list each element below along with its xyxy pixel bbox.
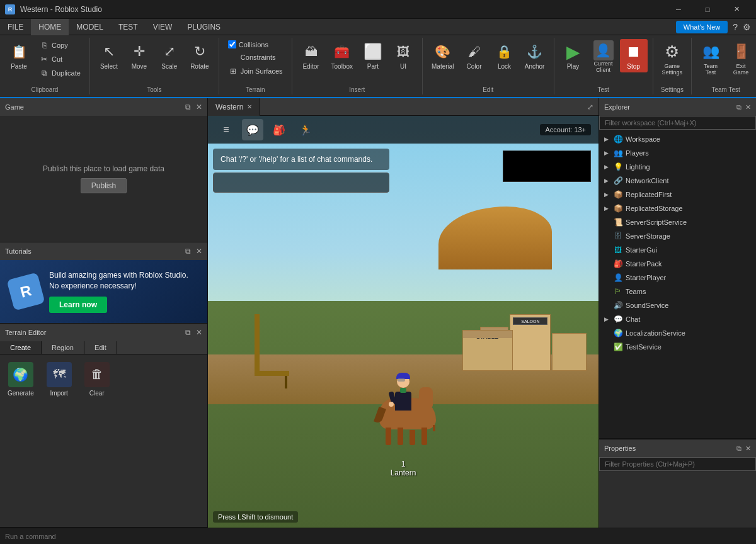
hamburger-menu-button[interactable]: ≡ [215,119,237,140]
terrain-editor-header: Terrain Editor ⧉ ✕ [0,324,207,341]
game-settings-button[interactable]: ⚙ GameSettings [658,39,687,78]
menu-test[interactable]: TEST [111,19,146,35]
settings-icon[interactable]: ⚙ [743,22,751,32]
team-test-button[interactable]: 👥 TeamTest [697,39,724,78]
copy-button[interactable]: ⎘ Copy [35,39,84,52]
app-icon: R [5,4,15,14]
terrain-panel-close[interactable]: ✕ [196,328,202,337]
tree-item-localizationservice[interactable]: 🌍 LocalizationService [599,326,756,340]
tree-item-networkclient[interactable]: ▶ 🔗 NetworkClient [599,174,756,188]
tree-item-lighting[interactable]: ▶ 💡 Lighting [599,160,756,174]
join-surfaces-button[interactable]: ⊞ Join Surfaces [224,65,287,77]
menu-plugins[interactable]: PLUGINS [180,19,228,35]
ui-label: UI [400,63,406,70]
explorer-search-input[interactable] [599,116,756,130]
stop-button[interactable]: ⏹ Stop [620,39,648,72]
tree-item-replicatedstorage[interactable]: ▶ 📦 ReplicatedStorage [599,201,756,215]
explorer-pop-out[interactable]: ⧉ [736,103,742,111]
scale-button[interactable]: ⤢ Scale [156,39,183,72]
game-panel-pop-out[interactable]: ⧉ [185,103,191,111]
terrain-panel-pop-out[interactable]: ⧉ [185,328,191,337]
color-button[interactable]: 🖌 Color [461,39,488,72]
collisions-checkbox[interactable] [228,40,236,48]
western-tab-close[interactable]: ✕ [247,103,252,110]
close-button[interactable]: ✕ [722,0,751,19]
menu-file[interactable]: FILE [0,19,31,35]
rotate-button[interactable]: ↻ Rotate [186,39,214,72]
paste-button[interactable]: 📋 Paste [5,39,33,72]
lighting-icon: 💡 [613,162,623,172]
menu-model[interactable]: MODEL [69,19,111,35]
exit-game-button[interactable]: 🚪 ExitGame [727,39,755,78]
chat-input-area[interactable] [213,173,389,193]
terrain-generate-tool[interactable]: 🌍 Generate [8,362,34,397]
game-panel-close[interactable]: ✕ [196,103,202,111]
soundservice-icon: 🔊 [613,300,623,310]
tree-item-starterplayer[interactable]: 👤 StarterPlayer [599,271,756,285]
window-controls[interactable]: ─ □ ✕ [664,0,751,19]
properties-pop-out[interactable]: ⧉ [736,445,742,453]
tree-item-players[interactable]: ▶ 👥 Players [599,146,756,160]
ribbon-group-clipboard: 📋 Paste ⎘ Copy ✂ Cut ⧉ Duplicate Clipboa… [0,38,90,94]
tree-item-chat[interactable]: ▶ 💬 Chat [599,312,756,326]
tree-item-teams[interactable]: 🏳 Teams [599,285,756,298]
help-icon[interactable]: ? [733,22,738,32]
minimize-button[interactable]: ─ [664,0,693,19]
rotate-icon: ↻ [190,42,210,62]
command-input[interactable] [5,533,751,540]
ui-button[interactable]: 🖼 UI [389,39,417,72]
right-panel: Explorer ⧉ ✕ ▶ 🌐 Workspace ▶ 👥 Players [598,98,756,528]
backpack-button[interactable]: 🎒 [268,119,290,140]
material-button[interactable]: 🎨 Material [428,39,458,72]
learn-now-button[interactable]: Learn now [49,297,107,313]
menu-bar: FILE HOME MODEL TEST VIEW PLUGINS What's… [0,19,756,35]
color-icon: 🖌 [464,42,484,62]
tree-item-serverscriptservice[interactable]: 📜 ServerScriptService [599,215,756,229]
current-client-button[interactable]: 👤 CurrentClient [590,39,617,74]
tutorials-panel-pop-out[interactable]: ⧉ [185,247,191,256]
stop-icon: ⏹ [624,42,644,62]
viewport-maximize-button[interactable]: ⤢ [582,103,598,111]
chat-button[interactable]: 💬 [242,119,263,140]
tree-item-testservice[interactable]: ✅ TestService [599,340,756,354]
maximize-button[interactable]: □ [693,0,722,19]
terrain-import-tool[interactable]: 🗺 Import [47,362,72,397]
properties-search-input[interactable] [599,457,756,471]
cut-button[interactable]: ✂ Cut [35,53,84,65]
terrain-clear-tool[interactable]: 🗑 Clear [84,362,110,397]
terrain-tab-region[interactable]: Region [42,341,84,354]
editor-button[interactable]: 🏔 Editor [297,39,325,72]
copy-icon: ⎘ [39,40,49,50]
lock-button[interactable]: 🔒 Lock [491,39,518,72]
ribbon-group-test: ▶ Play 👤 CurrentClient ⏹ Stop Test [554,38,653,94]
tree-item-serverstorage[interactable]: 🗄 ServerStorage [599,229,756,243]
menu-view[interactable]: VIEW [146,19,180,35]
constraints-button[interactable]: Constraints [224,51,287,64]
whats-new-button[interactable]: What's New [676,21,728,33]
game-viewport[interactable]: SALOON STABLE [208,116,598,528]
select-button[interactable]: ↖ Select [95,39,123,72]
tree-item-startergui[interactable]: 🖼 StarterGui [599,243,756,257]
play-button[interactable]: ▶ Play [559,39,587,72]
tree-item-workspace[interactable]: ▶ 🌐 Workspace [599,132,756,146]
publish-button[interactable]: Publish [81,178,127,193]
tree-item-soundservice[interactable]: 🔊 SoundService [599,298,756,312]
tree-item-starterpack[interactable]: 🎒 StarterPack [599,257,756,271]
menu-home[interactable]: HOME [31,19,69,35]
duplicate-button[interactable]: ⧉ Duplicate [35,67,84,79]
character-button[interactable]: 🏃 [295,119,316,140]
part-button[interactable]: ⬜ Part [359,39,387,72]
game-panel-message: Publish this place to load game data [43,164,164,173]
tutorials-panel-close[interactable]: ✕ [196,247,202,256]
collisions-button[interactable]: Collisions [224,39,287,50]
left-panel: Game ⧉ ✕ Publish this place to load game… [0,98,208,528]
terrain-tab-create[interactable]: Create [0,341,42,354]
tree-item-replicatedfirst[interactable]: ▶ 📦 ReplicatedFirst [599,188,756,201]
western-tab[interactable]: Western ✕ [208,98,260,116]
anchor-button[interactable]: ⚓ Anchor [521,39,549,72]
toolbox-button[interactable]: 🧰 Toolbox [328,39,357,72]
explorer-close[interactable]: ✕ [745,103,751,111]
move-button[interactable]: ✛ Move [125,39,153,72]
terrain-tab-edit[interactable]: Edit [84,341,117,354]
properties-close[interactable]: ✕ [745,445,751,453]
